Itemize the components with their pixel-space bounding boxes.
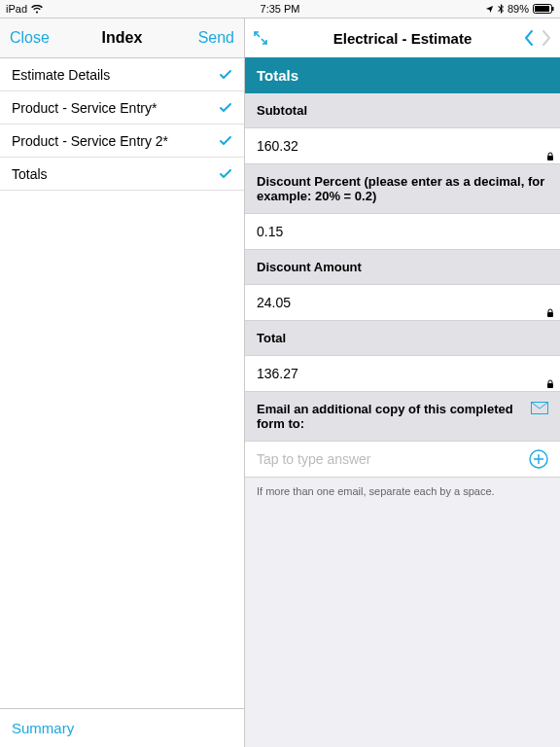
- list-item[interactable]: Estimate Details: [0, 58, 244, 91]
- index-pane: Close Index Send Estimate Details Produc…: [0, 18, 245, 747]
- total-value: 136.27: [257, 366, 298, 381]
- statusbar: iPad 7:35 PM 89%: [0, 0, 560, 18]
- index-list: Estimate Details Product - Service Entry…: [0, 57, 244, 708]
- wifi-icon: [31, 5, 43, 14]
- expand-icon[interactable]: [253, 30, 268, 46]
- email-label-row: Email an additional copy of this complet…: [245, 392, 560, 442]
- section-header: Totals: [245, 57, 560, 93]
- lock-icon: [546, 152, 554, 161]
- lock-icon: [546, 379, 554, 389]
- check-icon: [219, 68, 232, 82]
- location-icon: [485, 5, 494, 14]
- svg-rect-5: [547, 383, 553, 388]
- device-label: iPad: [6, 3, 27, 15]
- total-label: Total: [245, 321, 560, 356]
- list-item[interactable]: Product - Service Entry 2*: [0, 124, 244, 158]
- bluetooth-icon: [498, 4, 504, 14]
- add-icon[interactable]: [529, 449, 548, 469]
- list-item-label: Product - Service Entry*: [12, 100, 157, 116]
- subtotal-label: Subtotal: [245, 93, 560, 128]
- prev-icon[interactable]: [523, 29, 534, 47]
- svg-rect-4: [547, 312, 553, 317]
- mail-icon[interactable]: [531, 402, 548, 414]
- index-footer: Summary: [0, 708, 244, 747]
- detail-navbar: Electrical - Estimate: [245, 18, 560, 57]
- discount-amt-value-row: 24.05: [245, 285, 560, 321]
- list-item-label: Estimate Details: [12, 67, 110, 83]
- list-item-label: Totals: [12, 166, 48, 182]
- email-input[interactable]: [257, 451, 521, 467]
- battery-pct: 89%: [508, 3, 529, 15]
- svg-rect-1: [535, 6, 549, 12]
- total-value-row: 136.27: [245, 356, 560, 392]
- list-item-label: Product - Service Entry 2*: [12, 133, 168, 149]
- discount-pct-label: Discount Percent (please enter as a deci…: [245, 164, 560, 214]
- check-icon: [219, 167, 232, 181]
- email-hint: If more than one email, separate each by…: [245, 478, 560, 505]
- subtotal-value: 160.32: [257, 138, 298, 154]
- check-icon: [219, 101, 232, 115]
- email-input-row[interactable]: [245, 442, 560, 478]
- discount-amt-value: 24.05: [257, 295, 291, 310]
- svg-rect-3: [547, 156, 553, 160]
- lock-icon: [546, 308, 554, 318]
- detail-title: Electrical - Estimate: [245, 30, 560, 47]
- clock: 7:35 PM: [0, 3, 560, 15]
- send-button[interactable]: Send: [198, 29, 234, 47]
- discount-amt-label: Discount Amount: [245, 250, 560, 285]
- list-item[interactable]: Totals: [0, 158, 244, 191]
- battery-icon: [533, 4, 554, 14]
- list-item[interactable]: Product - Service Entry*: [0, 91, 244, 124]
- next-icon: [542, 29, 552, 47]
- subtotal-value-row: 160.32: [245, 128, 560, 164]
- email-label: Email an additional copy of this complet…: [257, 402, 521, 431]
- summary-button[interactable]: Summary: [12, 720, 74, 736]
- detail-pane: Electrical - Estimate Totals Subtotal 16…: [245, 18, 560, 747]
- discount-pct-value-row[interactable]: 0.15: [245, 214, 560, 250]
- close-button[interactable]: Close: [10, 29, 50, 47]
- discount-pct-value: 0.15: [257, 224, 283, 239]
- svg-rect-2: [552, 7, 554, 11]
- check-icon: [219, 134, 232, 148]
- index-navbar: Close Index Send: [0, 18, 244, 57]
